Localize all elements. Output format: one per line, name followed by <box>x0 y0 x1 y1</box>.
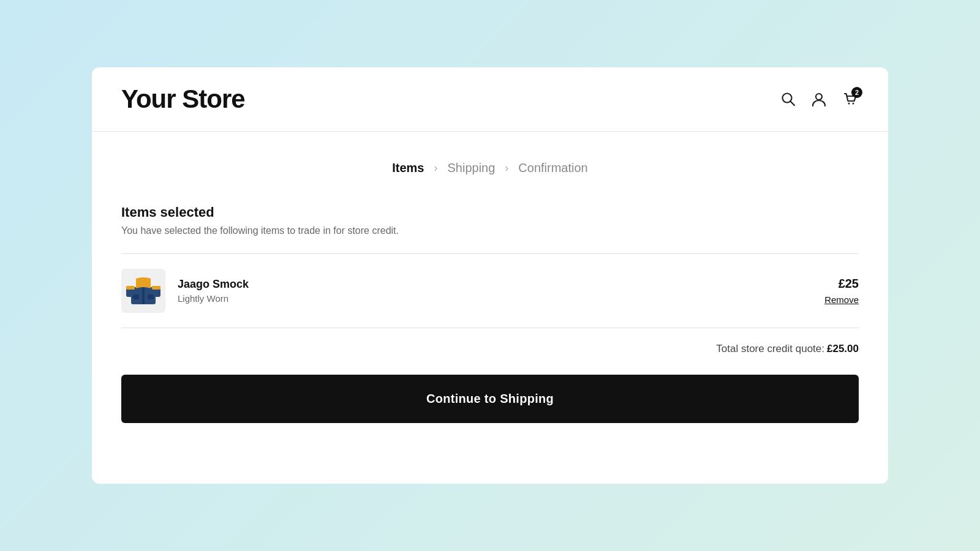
svg-rect-11 <box>126 286 135 290</box>
main-card: Your Store <box>92 67 888 484</box>
cart-button[interactable]: 2 <box>842 91 859 108</box>
item-condition: Lightly Worn <box>178 293 824 304</box>
search-icon <box>780 91 796 107</box>
checkout-steps: Items › Shipping › Confirmation <box>121 161 859 175</box>
section-title: Items selected <box>121 204 859 220</box>
item-name: Jaago Smock <box>178 278 824 291</box>
step-items: Items <box>392 161 424 175</box>
user-button[interactable] <box>811 91 827 107</box>
user-icon <box>811 91 827 107</box>
store-title: Your Store <box>121 84 245 114</box>
item-row: Jaago Smock Lightly Worn £25 Remove <box>121 254 859 328</box>
total-amount: £25.00 <box>827 343 859 355</box>
item-price-actions: £25 Remove <box>824 277 859 305</box>
header: Your Store <box>92 67 888 132</box>
svg-point-4 <box>853 103 854 105</box>
step-confirmation: Confirmation <box>518 161 587 175</box>
cart-badge: 2 <box>851 87 862 98</box>
svg-line-1 <box>791 102 794 105</box>
step-sep-2: › <box>505 162 508 174</box>
main-content: Items › Shipping › Confirmation Items se… <box>92 132 888 484</box>
svg-rect-10 <box>148 294 154 299</box>
total-row: Total store credit quote: £25.00 <box>121 328 859 375</box>
total-label: Total store credit quote: <box>716 343 824 355</box>
item-thumbnail <box>125 272 162 309</box>
svg-point-2 <box>816 94 822 100</box>
svg-rect-8 <box>142 287 145 304</box>
header-icons: 2 <box>780 91 859 108</box>
svg-rect-12 <box>152 286 160 290</box>
remove-button[interactable]: Remove <box>824 294 859 305</box>
step-sep-1: › <box>434 162 438 174</box>
continue-to-shipping-button[interactable]: Continue to Shipping <box>121 375 859 423</box>
svg-point-3 <box>848 103 850 105</box>
item-image <box>121 269 165 313</box>
item-price: £25 <box>839 277 859 291</box>
search-button[interactable] <box>780 91 796 107</box>
section-description: You have selected the following items to… <box>121 225 859 236</box>
step-shipping: Shipping <box>448 161 496 175</box>
svg-rect-9 <box>133 294 139 299</box>
item-details: Jaago Smock Lightly Worn <box>178 278 824 304</box>
